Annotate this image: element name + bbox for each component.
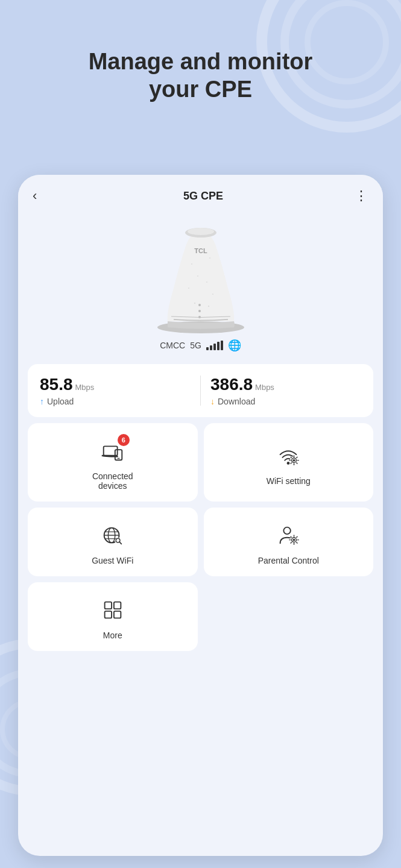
svg-line-26	[291, 457, 291, 458]
parental-control-icon	[274, 521, 303, 550]
guest-wifi-button[interactable]: Guest WiFi	[28, 508, 198, 576]
network-type: 5G	[190, 341, 201, 350]
router-area: TCL CMCC 5G 🌐	[18, 210, 383, 356]
guest-wifi-label: Guest WiFi	[92, 556, 133, 565]
svg-rect-52	[104, 611, 111, 618]
wifi-setting-label: WiFi setting	[267, 476, 311, 486]
globe-icon: 🌐	[228, 339, 241, 352]
phone-card: ‹ 5G CPE ⋮	[18, 175, 383, 856]
download-arrow-icon: ↓	[210, 397, 215, 406]
guest-wifi-icon	[98, 521, 127, 550]
svg-point-4	[206, 281, 207, 283]
svg-point-8	[207, 306, 209, 307]
svg-point-7	[194, 303, 195, 304]
svg-point-5	[188, 288, 189, 289]
network-info: CMCC 5G 🌐	[160, 339, 241, 352]
more-label: More	[103, 631, 122, 640]
upload-unit: Mbps	[75, 383, 95, 392]
download-value: 386.8	[210, 375, 253, 394]
parental-control-button[interactable]: Parental Control	[204, 508, 374, 576]
svg-text:TCL: TCL	[194, 247, 207, 254]
svg-point-38	[284, 527, 291, 534]
svg-line-27	[297, 463, 297, 464]
menu-grid: 6 Connecteddevices	[28, 423, 373, 576]
router-image: TCL	[144, 216, 258, 336]
more-button[interactable]: More	[28, 582, 198, 651]
download-label: Download	[218, 397, 255, 406]
svg-line-49	[297, 536, 297, 537]
svg-line-47	[297, 542, 297, 543]
upload-value: 85.8	[40, 375, 73, 394]
back-button[interactable]: ‹	[33, 188, 52, 204]
wifi-setting-button[interactable]: WiFi setting	[204, 423, 374, 502]
svg-line-28	[291, 463, 291, 464]
connected-devices-button[interactable]: 6 Connecteddevices	[28, 423, 198, 502]
connected-devices-icon: 6	[98, 436, 127, 465]
download-speed: 386.8 Mbps ↓ Download	[210, 375, 361, 406]
phone-header: ‹ 5G CPE ⋮	[18, 175, 383, 210]
upload-arrow-icon: ↑	[40, 397, 44, 406]
speed-divider	[200, 376, 201, 406]
upload-speed: 85.8 Mbps ↑ Upload	[40, 375, 191, 406]
svg-point-2	[209, 257, 210, 259]
svg-line-29	[297, 457, 297, 458]
device-title: 5G CPE	[183, 190, 223, 203]
svg-rect-53	[114, 611, 121, 618]
svg-rect-51	[114, 602, 121, 609]
carrier-name: CMCC	[160, 341, 185, 350]
svg-rect-50	[104, 602, 111, 609]
svg-point-11	[198, 304, 201, 306]
connected-devices-label: Connecteddevices	[92, 471, 133, 491]
download-unit: Mbps	[255, 383, 274, 392]
connected-devices-badge: 6	[118, 434, 130, 446]
parental-control-label: Parental Control	[258, 556, 319, 565]
svg-point-1	[191, 263, 192, 265]
wifi-setting-icon	[274, 441, 303, 470]
svg-point-6	[212, 294, 213, 295]
svg-line-48	[291, 542, 291, 543]
more-icon	[98, 596, 127, 624]
svg-point-12	[198, 310, 201, 312]
upload-label: Upload	[47, 397, 74, 406]
svg-point-21	[293, 459, 295, 462]
svg-line-46	[291, 536, 291, 537]
svg-point-18	[287, 462, 290, 465]
speed-card: 85.8 Mbps ↑ Upload 386.8 Mbps ↓ Download	[28, 364, 373, 417]
more-menu-button[interactable]: ⋮	[355, 188, 368, 204]
signal-strength-icon	[206, 341, 223, 350]
svg-point-41	[293, 539, 295, 541]
svg-point-10	[188, 228, 214, 235]
svg-point-3	[197, 275, 198, 277]
more-row: More	[28, 582, 373, 651]
page-title: Manage and monitor your CPE	[0, 48, 401, 103]
